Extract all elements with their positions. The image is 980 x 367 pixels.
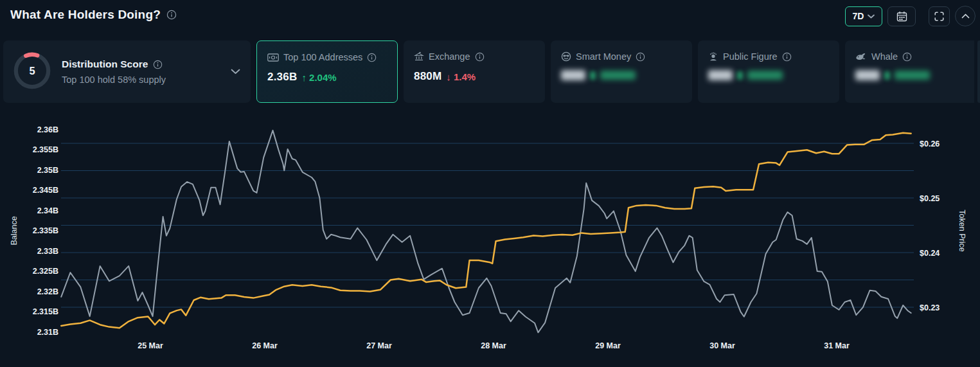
collapse-button[interactable] xyxy=(955,6,976,26)
blurred-change-arrow xyxy=(884,71,890,80)
left-axis-tick: 2.355B xyxy=(33,145,58,154)
x-axis-tick: 29 Mar xyxy=(595,341,621,350)
card-public-figure[interactable]: Public Figure xyxy=(698,40,839,103)
down-arrow-icon: ↓ xyxy=(446,71,451,82)
fullscreen-button[interactable] xyxy=(929,6,950,26)
next-card-edge xyxy=(977,40,980,103)
left-axis-tick: 2.35B xyxy=(37,166,58,175)
calendar-button[interactable] xyxy=(887,6,916,26)
card-title: Top 100 Addresses xyxy=(283,52,362,62)
info-icon[interactable] xyxy=(153,60,163,69)
blurred-change-arrow xyxy=(590,71,596,80)
right-axis-tick: $0.25 xyxy=(920,194,940,203)
metric-value: 880M xyxy=(414,70,441,83)
info-icon[interactable] xyxy=(636,52,645,62)
metric-value: 2.36B xyxy=(267,71,297,84)
chevron-down-icon xyxy=(868,14,875,19)
public-figure-icon xyxy=(708,51,718,62)
left-axis-tick: 2.32B xyxy=(37,287,58,296)
whale-icon xyxy=(855,52,867,62)
blurred-metric-change xyxy=(895,71,930,80)
x-axis-tick: 28 Mar xyxy=(481,341,506,350)
banknote-icon xyxy=(267,53,279,62)
card-title: Public Figure xyxy=(723,51,778,62)
widget-header: What Are Holders Doing? 7D xyxy=(0,0,980,33)
right-axis-tick: $0.23 xyxy=(920,303,940,312)
info-icon[interactable] xyxy=(166,10,177,20)
card-title: Smart Money xyxy=(576,51,631,62)
sunglasses-face-icon xyxy=(561,51,571,62)
left-axis-tick: 2.31B xyxy=(37,328,58,337)
info-icon[interactable] xyxy=(475,52,485,62)
card-distribution-score[interactable]: 5 Distribution Score Top 100 hold 58% su… xyxy=(3,40,251,103)
x-axis-tick: 25 Mar xyxy=(138,341,163,350)
left-axis-tick: 2.315B xyxy=(33,307,58,316)
timeframe-button[interactable]: 7D xyxy=(845,6,882,26)
blurred-metric-value xyxy=(855,70,880,80)
distribution-score-value: 5 xyxy=(29,64,35,76)
left-axis-tick: 2.33B xyxy=(37,247,58,256)
right-axis-tick: $0.26 xyxy=(920,139,940,148)
x-axis-tick: 30 Mar xyxy=(709,341,735,350)
metric-change: ↓ 1.4% xyxy=(446,71,476,82)
x-axis-tick: 31 Mar xyxy=(824,341,850,350)
card-title: Exchange xyxy=(429,51,470,62)
card-subtitle: Top 100 hold 58% supply xyxy=(62,75,166,85)
timeframe-label: 7D xyxy=(853,11,864,21)
metric-cards-row: 5 Distribution Score Top 100 hold 58% su… xyxy=(3,40,974,103)
blurred-metric-value xyxy=(708,70,733,80)
distribution-score-gauge: 5 xyxy=(12,51,52,93)
card-top-100-addresses[interactable]: Top 100 Addresses 2.36B ↑ 2.04% xyxy=(256,40,398,103)
card-exchange[interactable]: Exchange 880M ↓ 1.4% xyxy=(404,40,545,103)
x-axis-tick: 27 Mar xyxy=(366,341,392,350)
blurred-change-arrow xyxy=(737,71,743,80)
x-axis-tick: 26 Mar xyxy=(252,341,278,350)
balance-line xyxy=(61,130,911,332)
info-icon[interactable] xyxy=(902,52,912,62)
blurred-metric-value xyxy=(561,70,585,80)
chevron-up-icon xyxy=(961,13,970,19)
left-axis-tick: 2.34B xyxy=(37,206,58,215)
card-title: Whale xyxy=(871,51,898,62)
left-axis-tick: 2.335B xyxy=(33,226,58,235)
blurred-metric-change xyxy=(747,71,783,80)
holders-chart[interactable]: 2.36B2.355B2.35B2.345B2.34B2.335B2.33B2.… xyxy=(0,116,980,350)
left-axis-tick: 2.325B xyxy=(33,267,58,276)
page-title: What Are Holders Doing? xyxy=(10,8,161,22)
calendar-icon xyxy=(896,11,907,22)
blurred-metric-change xyxy=(600,71,636,80)
card-whale[interactable]: Whale xyxy=(845,40,974,103)
info-icon[interactable] xyxy=(782,52,792,62)
bank-icon xyxy=(414,51,424,62)
metric-change: ↑ 2.04% xyxy=(301,72,336,83)
left-axis-tick: 2.36B xyxy=(37,125,58,134)
left-axis-tick: 2.345B xyxy=(33,186,58,195)
card-smart-money[interactable]: Smart Money xyxy=(551,40,692,103)
chevron-down-icon[interactable] xyxy=(231,69,240,75)
right-axis-title: Token Price xyxy=(958,202,967,260)
price-line xyxy=(61,133,911,328)
card-title: Distribution Score xyxy=(62,58,148,70)
up-arrow-icon: ↑ xyxy=(301,72,307,83)
fullscreen-icon xyxy=(934,12,944,21)
left-axis-title: Balance xyxy=(10,202,19,260)
right-axis-tick: $0.24 xyxy=(920,249,940,258)
info-icon[interactable] xyxy=(367,53,377,62)
